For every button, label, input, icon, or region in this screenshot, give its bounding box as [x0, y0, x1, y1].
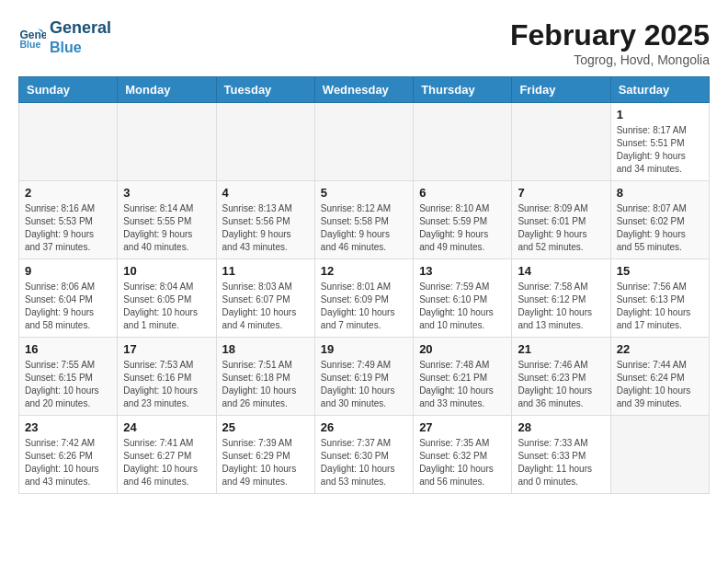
- day-number: 5: [321, 186, 407, 200]
- logo-blue: Blue: [50, 39, 111, 56]
- day-info: Sunrise: 7:33 AM Sunset: 6:33 PM Dayligh…: [518, 437, 604, 488]
- weekday-header-wednesday: Wednesday: [314, 77, 413, 103]
- calendar-cell: 15Sunrise: 7:56 AM Sunset: 6:13 PM Dayli…: [610, 259, 709, 338]
- week-row-2: 2Sunrise: 8:16 AM Sunset: 5:53 PM Daylig…: [19, 181, 710, 259]
- day-info: Sunrise: 8:04 AM Sunset: 6:05 PM Dayligh…: [123, 281, 210, 332]
- weekday-header-row: SundayMondayTuesdayWednesdayThursdayFrid…: [19, 77, 710, 103]
- calendar-cell: 8Sunrise: 8:07 AM Sunset: 6:02 PM Daylig…: [610, 181, 709, 259]
- day-info: Sunrise: 7:59 AM Sunset: 6:10 PM Dayligh…: [419, 281, 506, 332]
- calendar-cell: 10Sunrise: 8:04 AM Sunset: 6:05 PM Dayli…: [118, 259, 216, 338]
- day-info: Sunrise: 7:39 AM Sunset: 6:29 PM Dayligh…: [222, 437, 309, 488]
- day-info: Sunrise: 7:58 AM Sunset: 6:12 PM Dayligh…: [518, 281, 604, 332]
- day-info: Sunrise: 8:07 AM Sunset: 6:02 PM Dayligh…: [617, 202, 703, 254]
- calendar-cell: 26Sunrise: 7:37 AM Sunset: 6:30 PM Dayli…: [314, 416, 413, 494]
- logo-icon: General Blue: [18, 23, 46, 51]
- logo-general: General: [50, 18, 111, 39]
- location-subtitle: Togrog, Hovd, Mongolia: [510, 52, 710, 67]
- week-row-4: 16Sunrise: 7:55 AM Sunset: 6:15 PM Dayli…: [19, 338, 710, 416]
- day-number: 10: [123, 264, 210, 278]
- day-info: Sunrise: 8:03 AM Sunset: 6:07 PM Dayligh…: [222, 281, 309, 332]
- day-number: 1: [617, 108, 703, 121]
- day-number: 19: [321, 342, 407, 356]
- day-number: 16: [25, 342, 111, 356]
- calendar-cell: 6Sunrise: 8:10 AM Sunset: 5:59 PM Daylig…: [414, 181, 512, 259]
- calendar-cell: 4Sunrise: 8:13 AM Sunset: 5:56 PM Daylig…: [216, 181, 314, 259]
- calendar-cell: 27Sunrise: 7:35 AM Sunset: 6:32 PM Dayli…: [414, 416, 512, 494]
- weekday-header-tuesday: Tuesday: [216, 77, 314, 103]
- day-number: 20: [419, 342, 506, 356]
- header: General Blue General Blue February 2025 …: [18, 18, 710, 67]
- calendar-cell: 18Sunrise: 7:51 AM Sunset: 6:18 PM Dayli…: [216, 338, 314, 416]
- title-area: February 2025 Togrog, Hovd, Mongolia: [510, 18, 710, 67]
- week-row-1: 1Sunrise: 8:17 AM Sunset: 5:51 PM Daylig…: [19, 103, 710, 181]
- day-info: Sunrise: 8:16 AM Sunset: 5:53 PM Dayligh…: [25, 202, 111, 254]
- month-year-title: February 2025: [510, 18, 710, 52]
- day-info: Sunrise: 8:10 AM Sunset: 5:59 PM Dayligh…: [419, 202, 506, 254]
- calendar-cell: 28Sunrise: 7:33 AM Sunset: 6:33 PM Dayli…: [512, 416, 610, 494]
- calendar-cell: 24Sunrise: 7:41 AM Sunset: 6:27 PM Dayli…: [118, 416, 216, 494]
- calendar-cell: [19, 103, 118, 181]
- day-info: Sunrise: 7:55 AM Sunset: 6:15 PM Dayligh…: [25, 359, 111, 410]
- day-info: Sunrise: 7:53 AM Sunset: 6:16 PM Dayligh…: [123, 359, 210, 410]
- day-info: Sunrise: 7:42 AM Sunset: 6:26 PM Dayligh…: [25, 437, 111, 488]
- day-number: 13: [419, 264, 506, 278]
- day-number: 27: [419, 420, 506, 434]
- day-info: Sunrise: 8:01 AM Sunset: 6:09 PM Dayligh…: [321, 281, 407, 332]
- day-info: Sunrise: 7:41 AM Sunset: 6:27 PM Dayligh…: [123, 437, 210, 488]
- day-number: 2: [25, 186, 111, 200]
- day-info: Sunrise: 8:17 AM Sunset: 5:51 PM Dayligh…: [617, 124, 703, 176]
- calendar-cell: [414, 103, 512, 181]
- day-info: Sunrise: 7:56 AM Sunset: 6:13 PM Dayligh…: [617, 281, 703, 332]
- weekday-header-monday: Monday: [118, 77, 216, 103]
- day-info: Sunrise: 7:37 AM Sunset: 6:30 PM Dayligh…: [321, 437, 407, 488]
- day-number: 15: [617, 264, 703, 278]
- day-number: 8: [617, 186, 703, 200]
- day-info: Sunrise: 7:49 AM Sunset: 6:19 PM Dayligh…: [321, 359, 407, 410]
- day-number: 18: [222, 342, 309, 356]
- weekday-header-sunday: Sunday: [19, 77, 118, 103]
- calendar-cell: 19Sunrise: 7:49 AM Sunset: 6:19 PM Dayli…: [314, 338, 413, 416]
- day-number: 7: [518, 186, 604, 200]
- day-info: Sunrise: 7:44 AM Sunset: 6:24 PM Dayligh…: [617, 359, 703, 410]
- day-number: 26: [321, 420, 407, 434]
- day-info: Sunrise: 8:14 AM Sunset: 5:55 PM Dayligh…: [123, 202, 210, 254]
- day-info: Sunrise: 8:09 AM Sunset: 6:01 PM Dayligh…: [518, 202, 604, 254]
- day-info: Sunrise: 7:51 AM Sunset: 6:18 PM Dayligh…: [222, 359, 309, 410]
- calendar-table: SundayMondayTuesdayWednesdayThursdayFrid…: [18, 76, 710, 494]
- day-number: 17: [123, 342, 210, 356]
- day-number: 4: [222, 186, 309, 200]
- calendar-cell: 16Sunrise: 7:55 AM Sunset: 6:15 PM Dayli…: [19, 338, 118, 416]
- calendar-cell: [314, 103, 413, 181]
- logo: General Blue General Blue: [18, 18, 111, 56]
- day-info: Sunrise: 8:13 AM Sunset: 5:56 PM Dayligh…: [222, 202, 309, 254]
- calendar-cell: 12Sunrise: 8:01 AM Sunset: 6:09 PM Dayli…: [314, 259, 413, 338]
- calendar-cell: 20Sunrise: 7:48 AM Sunset: 6:21 PM Dayli…: [414, 338, 512, 416]
- calendar-cell: 23Sunrise: 7:42 AM Sunset: 6:26 PM Dayli…: [19, 416, 118, 494]
- day-number: 21: [518, 342, 604, 356]
- day-info: Sunrise: 7:35 AM Sunset: 6:32 PM Dayligh…: [419, 437, 506, 488]
- calendar-cell: 22Sunrise: 7:44 AM Sunset: 6:24 PM Dayli…: [610, 338, 709, 416]
- day-info: Sunrise: 8:12 AM Sunset: 5:58 PM Dayligh…: [321, 202, 407, 254]
- calendar-cell: 25Sunrise: 7:39 AM Sunset: 6:29 PM Dayli…: [216, 416, 314, 494]
- calendar-cell: 21Sunrise: 7:46 AM Sunset: 6:23 PM Dayli…: [512, 338, 610, 416]
- calendar-cell: 13Sunrise: 7:59 AM Sunset: 6:10 PM Dayli…: [414, 259, 512, 338]
- day-number: 23: [25, 420, 111, 434]
- calendar-cell: 5Sunrise: 8:12 AM Sunset: 5:58 PM Daylig…: [314, 181, 413, 259]
- calendar-cell: 11Sunrise: 8:03 AM Sunset: 6:07 PM Dayli…: [216, 259, 314, 338]
- weekday-header-thursday: Thursday: [414, 77, 512, 103]
- day-number: 22: [617, 342, 703, 356]
- week-row-3: 9Sunrise: 8:06 AM Sunset: 6:04 PM Daylig…: [19, 259, 710, 338]
- weekday-header-friday: Friday: [512, 77, 610, 103]
- calendar-cell: 1Sunrise: 8:17 AM Sunset: 5:51 PM Daylig…: [610, 103, 709, 181]
- day-number: 14: [518, 264, 604, 278]
- day-info: Sunrise: 7:46 AM Sunset: 6:23 PM Dayligh…: [518, 359, 604, 410]
- day-info: Sunrise: 7:48 AM Sunset: 6:21 PM Dayligh…: [419, 359, 506, 410]
- calendar-cell: [610, 416, 709, 494]
- calendar-cell: 3Sunrise: 8:14 AM Sunset: 5:55 PM Daylig…: [118, 181, 216, 259]
- svg-text:Blue: Blue: [20, 39, 41, 50]
- day-number: 25: [222, 420, 309, 434]
- calendar-cell: [118, 103, 216, 181]
- day-info: Sunrise: 8:06 AM Sunset: 6:04 PM Dayligh…: [25, 281, 111, 332]
- week-row-5: 23Sunrise: 7:42 AM Sunset: 6:26 PM Dayli…: [19, 416, 710, 494]
- calendar-cell: 14Sunrise: 7:58 AM Sunset: 6:12 PM Dayli…: [512, 259, 610, 338]
